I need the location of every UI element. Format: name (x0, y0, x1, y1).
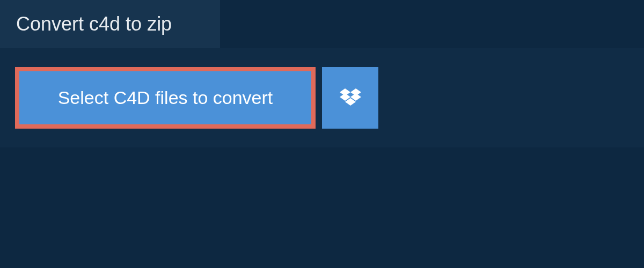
content-panel: Select C4D files to convert (0, 48, 644, 147)
tab-title: Convert c4d to zip (16, 13, 172, 35)
select-files-button[interactable]: Select C4D files to convert (15, 67, 316, 129)
dropbox-icon (340, 88, 361, 108)
button-row: Select C4D files to convert (15, 67, 629, 129)
tab-convert[interactable]: Convert c4d to zip (0, 0, 220, 48)
select-files-label: Select C4D files to convert (58, 87, 273, 108)
dropbox-button[interactable] (322, 67, 378, 129)
